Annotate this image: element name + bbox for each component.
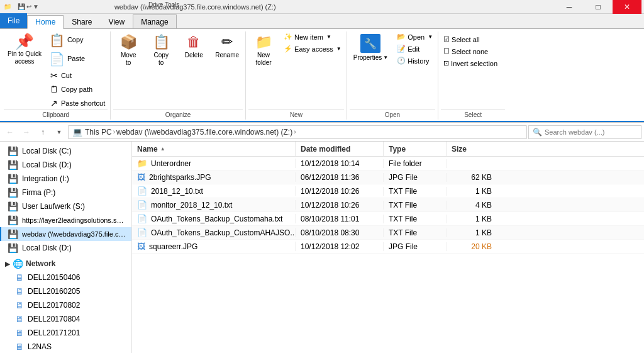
close-button[interactable]: ✕ xyxy=(613,0,641,14)
select-label: Select xyxy=(441,109,505,120)
sidebar-item-dell20171201[interactable]: 🖥 DELL20171201 xyxy=(0,326,131,340)
sidebar-network-header[interactable]: ▶ 🌐 Network xyxy=(0,255,131,271)
invert-selection-button[interactable]: ⊡ Invert selection xyxy=(441,58,500,69)
title-bar-path: webdav (\\webdavdiag375.file.core.window… xyxy=(114,3,276,11)
select-none-button[interactable]: ☐ Select none xyxy=(441,46,500,57)
sidebar-item-integration-i[interactable]: 💾 Integration (I:) xyxy=(0,172,131,186)
computer-icon: 🖥 xyxy=(15,272,24,283)
table-row[interactable]: 🖼 squareerr.JPG 10/12/2018 12:02 JPG Fil… xyxy=(132,240,644,254)
dropdown-arrow-open: ▼ xyxy=(428,34,433,40)
col-type-header[interactable]: Type xyxy=(384,142,447,156)
maximize-button[interactable]: □ xyxy=(584,0,613,14)
col-name-header[interactable]: Name ▲ xyxy=(132,142,296,156)
drive-icon: 💾 xyxy=(8,215,18,225)
sidebar-item-local-d1[interactable]: 💾 Local Disk (D:) xyxy=(0,158,131,172)
tab-file[interactable]: File xyxy=(0,13,27,28)
file-list-body: 📁 Unterordner 10/12/2018 10:14 File fold… xyxy=(132,157,644,353)
dropdown-arrow-new-item: ▼ xyxy=(326,34,331,40)
network-icon: 🌐 xyxy=(13,259,23,269)
file-pane: Name ▲ Date modified Type Size 📁 Unteror… xyxy=(132,142,644,353)
tab-manage[interactable]: Manage xyxy=(133,14,176,28)
sidebar-item-sharefile-y[interactable]: 💾 https://layer2leadingsolutions.sharefi… xyxy=(0,213,131,227)
table-row[interactable]: 📄 2018_12_10.txt 10/12/2018 10:26 TXT Fi… xyxy=(132,184,644,198)
organize-label: Organize xyxy=(113,109,243,120)
history-button[interactable]: 🕐 History xyxy=(394,55,435,66)
delete-button[interactable]: 🗑 Delete xyxy=(179,31,209,62)
address-bar[interactable]: 💻 This PC › webdav (\\webdavdiag375.file… xyxy=(68,125,527,139)
copy-to-button[interactable]: 📋 Copy to xyxy=(146,31,176,69)
sidebar-item-firma-p[interactable]: 💾 Firma (P:) xyxy=(0,186,131,199)
cut-button[interactable]: ✂ Cut xyxy=(47,69,108,82)
file-name-cell: 🖼 squareerr.JPG xyxy=(132,242,296,251)
paste-shortcut-button[interactable]: ↗ Paste shortcut xyxy=(47,97,108,109)
search-bar[interactable]: 🔍 xyxy=(528,125,641,139)
back-button[interactable]: ← xyxy=(3,125,18,140)
rename-button[interactable]: ✏ Rename xyxy=(211,31,243,62)
table-row[interactable]: 📁 Unterordner 10/12/2018 10:14 File fold… xyxy=(132,157,644,171)
new-folder-button[interactable]: 📁 New folder xyxy=(248,31,279,69)
table-row[interactable]: 📄 OAuth_Tokens_Backup_CustomAHAJSO... 08… xyxy=(132,226,644,240)
recent-locations-button[interactable]: ▼ xyxy=(52,125,67,140)
expand-icon: ▶ xyxy=(5,261,10,267)
copy-path-button[interactable]: 🗒 Copy path xyxy=(47,83,108,96)
file-name-cell: 📄 OAuth_Tokens_Backup_Customaha.txt xyxy=(132,214,296,223)
file-type-cell: TXT File xyxy=(384,187,447,196)
sidebar-item-dell20150406[interactable]: 🖥 DELL20150406 xyxy=(0,271,131,284)
search-input[interactable] xyxy=(545,128,637,136)
drive-icon: 💾 xyxy=(8,188,18,198)
new-label: New xyxy=(248,109,344,120)
select-all-button[interactable]: ☑ Select all xyxy=(441,34,500,45)
invert-selection-icon: ⊡ xyxy=(443,59,449,67)
up-button[interactable]: ↑ xyxy=(35,125,50,140)
address-sep-2: › xyxy=(294,128,296,135)
ribbon-tab-row: File Home Share View Manage xyxy=(0,14,644,29)
select-content: ☑ Select all ☐ Select none ⊡ Invert sele… xyxy=(441,31,505,109)
computer-icon: 🖥 xyxy=(15,342,24,352)
sidebar-item-dell20170802[interactable]: 🖥 DELL20170802 xyxy=(0,298,131,312)
open-button[interactable]: 📂 Open ▼ xyxy=(394,31,435,42)
file-size-cell: 1 KB xyxy=(447,187,497,196)
tab-view[interactable]: View xyxy=(100,14,133,28)
move-to-button[interactable]: 📦 Move to xyxy=(113,31,143,69)
tab-home[interactable]: Home xyxy=(27,15,64,29)
forward-button[interactable]: → xyxy=(19,125,34,140)
table-row[interactable]: 📄 monitor_2018_12_10.txt 10/12/2018 10:2… xyxy=(132,198,644,212)
sidebar-item-local-d2[interactable]: 💾 Local Disk (D:) xyxy=(0,241,131,255)
address-this-pc[interactable]: This PC xyxy=(85,128,112,137)
properties-button[interactable]: 🔧 Properties ▼ xyxy=(350,31,392,64)
sidebar-item-user-s[interactable]: 💾 User Laufwerk (S:) xyxy=(0,199,131,213)
select-none-icon: ☐ xyxy=(443,47,450,55)
search-icon: 🔍 xyxy=(533,128,542,137)
pin-icon: 📌 xyxy=(15,34,34,49)
file-list-header: Name ▲ Date modified Type Size xyxy=(132,142,644,157)
sidebar-item-local-c[interactable]: 💾 Local Disk (C:) xyxy=(0,144,131,158)
new-item-button[interactable]: ✨ New item ▼ xyxy=(281,31,344,42)
paste-icon: 📄 xyxy=(49,52,65,67)
sidebar-item-dell20170804[interactable]: 🖥 DELL20170804 xyxy=(0,312,131,326)
sidebar-item-webdav-z[interactable]: 💾 webdav (\\webdavdiag375.file.core.wind… xyxy=(0,227,131,241)
scissors-icon: ✂ xyxy=(49,70,59,81)
edit-button[interactable]: 📝 Edit xyxy=(394,43,435,54)
sidebar-item-l2nas[interactable]: 🖥 L2NAS xyxy=(0,340,131,353)
file-date-cell: 10/12/2018 10:14 xyxy=(296,159,384,168)
computer-icon: 🖥 xyxy=(15,300,24,310)
new-folder-icon: 📁 xyxy=(255,34,272,50)
properties-icon: 🔧 xyxy=(360,34,380,53)
clipboard-label: Clipboard xyxy=(4,109,108,120)
ribbon-group-organize: 📦 Move to 📋 Copy to 🗑 Delete ✏ Rename Or… xyxy=(111,31,246,120)
tab-share[interactable]: Share xyxy=(64,14,100,28)
minimize-button[interactable]: ─ xyxy=(555,0,584,14)
sidebar-item-dell20160205[interactable]: 🖥 DELL20160205 xyxy=(0,284,131,298)
copy-button[interactable]: 📋 Copy xyxy=(47,31,108,49)
col-date-header[interactable]: Date modified xyxy=(296,142,384,156)
table-row[interactable]: 🖼 2brightsparks.JPG 06/12/2018 11:36 JPG… xyxy=(132,171,644,184)
easy-access-button[interactable]: ⚡ Easy access ▼ xyxy=(281,43,344,54)
file-name-cell: 📁 Unterordner xyxy=(132,159,296,168)
address-current[interactable]: webdav (\\webdavdiag375.file.core.window… xyxy=(116,128,292,137)
file-name-cell: 📄 2018_12_10.txt xyxy=(132,186,296,196)
table-row[interactable]: 📄 OAuth_Tokens_Backup_Customaha.txt 08/1… xyxy=(132,212,644,226)
col-size-header[interactable]: Size xyxy=(447,142,497,156)
pin-to-quick-access-button[interactable]: 📌 Pin to Quick access xyxy=(4,31,45,68)
paste-button[interactable]: 📄 Paste xyxy=(47,50,108,68)
title-bar-icons: 📁 💾↩▼ xyxy=(3,2,39,12)
